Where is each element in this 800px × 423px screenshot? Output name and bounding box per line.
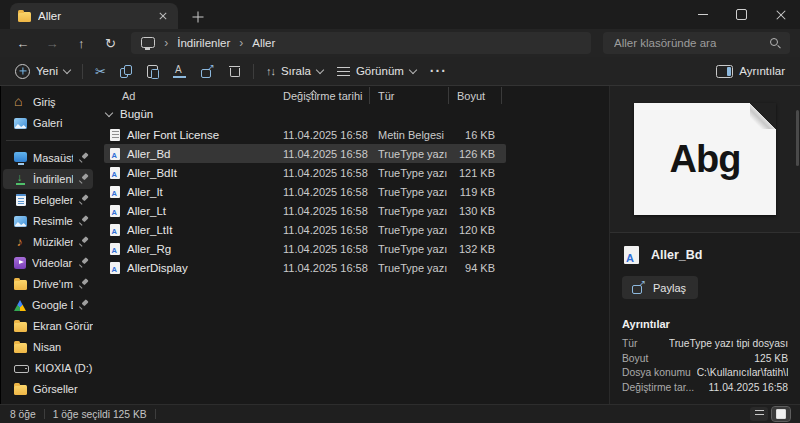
- sidebar-item-nisan[interactable]: Nisan: [3, 337, 93, 357]
- trash-icon: [229, 65, 241, 78]
- toolbar-divider: [253, 64, 254, 79]
- delete-button[interactable]: [222, 61, 248, 82]
- search-box[interactable]: [603, 32, 790, 54]
- file-row[interactable]: Aller Font License 11.04.2025 16:58 Meti…: [104, 125, 506, 144]
- detail-row-size: Boyut 125 KB: [622, 353, 788, 365]
- sidebar-item-downloads[interactable]: İndirilenler: [3, 169, 93, 189]
- group-header-today[interactable]: Bugün: [106, 108, 153, 120]
- this-pc-icon: [141, 37, 155, 48]
- sidebar-divider: [6, 140, 90, 141]
- sidebar-item-gorseller[interactable]: Görseller: [3, 379, 93, 399]
- file-row[interactable]: AllerDisplay 11.04.2025 16:58 TrueType y…: [104, 258, 506, 277]
- collapse-chevron-icon: [105, 108, 113, 116]
- file-type-icon: [110, 224, 120, 236]
- file-row[interactable]: Aller_Rg 11.04.2025 16:58 TrueType yazı …: [104, 239, 506, 258]
- details-pane-toggle[interactable]: Ayrıntılar: [709, 61, 792, 82]
- cut-button[interactable]: ✂: [88, 61, 113, 82]
- details-rows: Tür TrueType yazı tipi dosyası Boyut 125…: [610, 330, 800, 394]
- tab-aller[interactable]: Aller: [10, 3, 178, 29]
- folder-icon: [14, 343, 27, 353]
- pin-icon: [79, 280, 88, 289]
- file-row[interactable]: Aller_It 11.04.2025 16:58 TrueType yazı …: [104, 182, 506, 201]
- forward-button[interactable]: →: [39, 31, 64, 55]
- file-row[interactable]: Aller_BdIt 11.04.2025 16:58 TrueType yaz…: [104, 163, 506, 182]
- tab-title: Aller: [38, 10, 149, 22]
- new-plus-icon: [15, 64, 30, 79]
- details-pane-label: Ayrıntılar: [739, 65, 785, 77]
- search-input[interactable]: [612, 36, 770, 50]
- minimize-button[interactable]: [683, 0, 722, 29]
- pin-icon: [79, 301, 88, 310]
- rename-button[interactable]: [166, 61, 194, 82]
- address-bar: ← → ↑ ↻ › İndirilenler › Aller: [0, 29, 800, 57]
- share-button-pane[interactable]: Paylaş: [622, 276, 698, 299]
- breadcrumb-item-aller[interactable]: Aller: [252, 37, 275, 49]
- font-file-icon: [624, 246, 639, 264]
- sidebar-item-google-drive[interactable]: Google Drive: [3, 295, 93, 315]
- back-button[interactable]: ←: [10, 31, 35, 55]
- copy-icon: [120, 65, 133, 78]
- breadcrumb-item-downloads[interactable]: İndirilenler: [177, 37, 230, 49]
- status-divider: [44, 409, 45, 419]
- up-button[interactable]: ↑: [69, 31, 94, 55]
- file-row-selected[interactable]: Aller_Bd 11.04.2025 16:58 TrueType yazı …: [104, 144, 506, 163]
- new-button[interactable]: Yeni: [8, 60, 77, 83]
- file-row[interactable]: Aller_Lt 11.04.2025 16:58 TrueType yazı …: [104, 201, 506, 220]
- selection-info: 1 öğe seçildi 125 KB: [53, 409, 147, 420]
- ellipsis-icon: ···: [430, 66, 447, 76]
- more-options-button[interactable]: ···: [423, 62, 454, 80]
- column-header-type[interactable]: Tür: [370, 87, 449, 104]
- status-bar: 8 öğe 1 öğe seçildi 125 KB: [0, 404, 800, 423]
- sidebar-item-desktop[interactable]: Masaüstü: [3, 148, 93, 168]
- share-button[interactable]: [194, 61, 222, 82]
- cut-icon: ✂: [95, 65, 106, 78]
- pin-icon: [79, 154, 88, 163]
- large-icons-view-button[interactable]: [772, 407, 790, 421]
- sidebar-item-videos[interactable]: Videolar: [3, 253, 93, 273]
- preview-scrollbar[interactable]: [796, 110, 799, 166]
- tab-close-icon[interactable]: [156, 9, 170, 23]
- sort-button[interactable]: Sırala: [259, 61, 330, 81]
- file-rows: Aller Font License 11.04.2025 16:58 Meti…: [104, 125, 506, 277]
- window-controls: [683, 0, 800, 29]
- detail-row-location: Dosya konumu C:\Kullanıcılar\fatih\İndir…: [622, 367, 788, 379]
- status-divider: [155, 409, 156, 419]
- details-view-icon: [755, 410, 764, 418]
- column-header-date[interactable]: Değiştirme tarihi: [275, 87, 370, 104]
- refresh-button[interactable]: ↻: [98, 31, 123, 55]
- item-count: 8 öğe: [10, 409, 36, 420]
- sidebar-item-gallery[interactable]: Galeri: [3, 113, 93, 133]
- details-section-title: Ayrıntılar: [610, 299, 800, 330]
- sidebar-item-home[interactable]: Giriş: [3, 92, 93, 112]
- column-header-name[interactable]: Ad: [104, 87, 275, 104]
- gallery-icon: [14, 118, 27, 129]
- downloads-icon: [14, 173, 27, 186]
- sidebar-item-music[interactable]: Müzikler: [3, 232, 93, 252]
- view-button[interactable]: Görünüm: [330, 61, 423, 81]
- rename-icon: [173, 65, 187, 78]
- sidebar-item-my-drive[interactable]: Drive'ım: [3, 274, 93, 294]
- close-button[interactable]: [761, 0, 800, 29]
- desktop-icon: [14, 152, 27, 162]
- pictures-icon: [14, 216, 27, 227]
- details-view-button[interactable]: [750, 407, 768, 421]
- videos-icon: [14, 257, 26, 269]
- sidebar-item-screenshots[interactable]: Ekran Görüntüle: [3, 316, 93, 336]
- sidebar-item-documents[interactable]: Belgeler: [3, 190, 93, 210]
- column-header-size[interactable]: Boyut: [449, 87, 502, 104]
- view-label: Görünüm: [356, 65, 404, 77]
- paste-button[interactable]: [140, 61, 166, 82]
- file-type-icon: [110, 262, 120, 274]
- sidebar-item-kioxia-drive[interactable]: KIOXIA (D:): [3, 358, 93, 378]
- new-label: Yeni: [36, 65, 58, 77]
- file-row[interactable]: Aller_LtIt 11.04.2025 16:58 TrueType yaz…: [104, 220, 506, 239]
- detail-row-modified: Değiştirme tar... 11.04.2025 16:58: [622, 382, 788, 394]
- share-icon: [632, 281, 646, 294]
- home-icon: [14, 96, 27, 109]
- new-tab-button[interactable]: [186, 5, 210, 29]
- sidebar-item-pictures[interactable]: Resimler: [3, 211, 93, 231]
- breadcrumb[interactable]: › İndirilenler › Aller: [131, 32, 591, 54]
- copy-button[interactable]: [113, 61, 140, 82]
- maximize-button[interactable]: [722, 0, 761, 29]
- preview-file-header: Aller_Bd: [610, 233, 800, 264]
